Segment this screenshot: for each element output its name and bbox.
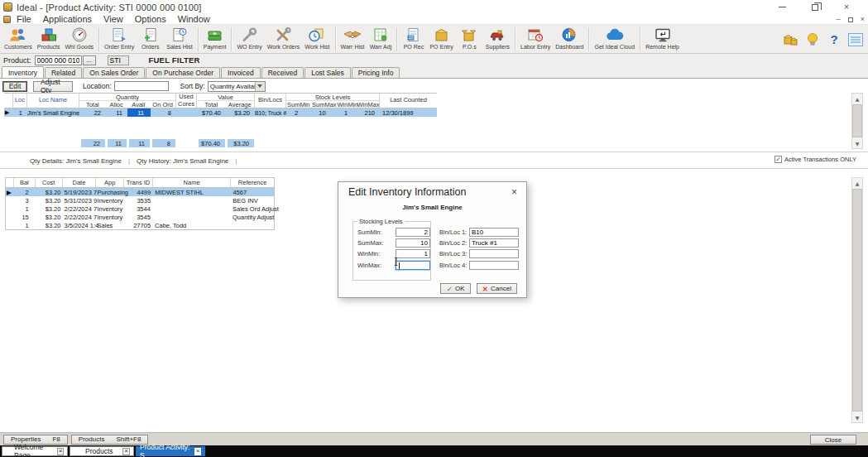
cell-reference: Sales Ord Adjust (231, 204, 274, 213)
toolbar-orders-button[interactable]: Orders (137, 26, 164, 53)
scroll-up-icon[interactable]: ▲ (852, 94, 862, 103)
toolbar-po-rec-button[interactable]: 10 PO Rec (400, 26, 427, 53)
products-label: Products (79, 435, 105, 443)
adjust-qty-button[interactable]: Adjust Qty (33, 81, 73, 92)
history-row[interactable]: 15 $3.20 2/22/2024 7 Inventory 3545 Quan… (6, 213, 274, 221)
tab-pricing-info[interactable]: Pricing Info (352, 67, 400, 78)
sortby-select[interactable]: Quantity Available (208, 81, 266, 92)
mdi-restore-button[interactable] (848, 17, 853, 22)
menu-view[interactable]: View (103, 14, 123, 24)
location-input[interactable] (114, 81, 169, 91)
history-row[interactable]: 1 $3.20 2/22/2024 7 Inventory 3544 Sales… (6, 204, 274, 213)
toolbar-sales-hist-button[interactable]: Sales Hist (164, 26, 195, 53)
toolbar-work-hist-button[interactable]: Work Hist (302, 26, 332, 53)
toolbar-warr-adj-button[interactable]: Warr Adj (367, 26, 394, 53)
tab-close-icon[interactable]: × (122, 448, 130, 455)
mdi-close-button[interactable]: × (861, 16, 865, 23)
inventory-totals-row: 22 11 11 8 $70.40 $3.20 (4, 139, 437, 147)
mdi-minimize-button[interactable]: – (837, 16, 841, 23)
toolbar-remote-help-button[interactable]: Remote Help (643, 26, 682, 53)
scroll-down-icon[interactable]: ▼ (852, 412, 862, 422)
toolbar-work-orders-button[interactable]: Work Orders (265, 26, 303, 53)
summin-input[interactable] (396, 228, 430, 237)
products-button[interactable]: Products Shift+F8 (71, 435, 149, 445)
toolbar-payment-button[interactable]: Payment (201, 26, 229, 53)
toolbar-pos-button[interactable]: P.O.s (456, 26, 483, 53)
dialog-close-icon[interactable]: × (509, 186, 520, 198)
toolbar-labor-entry-button[interactable]: Labor Entry (518, 26, 553, 53)
browse-button[interactable]: ... (83, 55, 96, 65)
tab-on-sales-order[interactable]: On Sales Order (83, 67, 145, 78)
summax-input[interactable] (396, 238, 430, 248)
toolbar-tips-button[interactable] (802, 26, 823, 53)
tab-on-purchase-order[interactable]: On Purchase Order (146, 67, 220, 78)
tab-close-icon[interactable]: × (194, 448, 201, 455)
tab-lost-sales[interactable]: Lost Sales (305, 67, 351, 78)
toolbar-po-entry-button[interactable]: PO Entry (427, 26, 455, 53)
tab-product-activity[interactable]: Product Activity: S... × (136, 446, 205, 456)
cell-cost: $3.20 (36, 221, 63, 229)
inventory-row-selected[interactable]: ▶ 1 Jim's Small Engine 22 11 11 8 $70.40… (4, 108, 437, 117)
cancel-label: Cancel (491, 285, 511, 292)
binloc2-input[interactable] (469, 238, 519, 248)
menu-options[interactable]: Options (135, 14, 166, 24)
product-input[interactable] (35, 55, 82, 65)
tab-received[interactable]: Received (261, 67, 304, 78)
history-row[interactable]: 1 $3.20 3/5/2024 1:4 Sales 27705 Cabe, T… (6, 221, 274, 229)
cancel-button[interactable]: × Cancel (477, 283, 517, 294)
scrollbar-thumb[interactable] (852, 104, 862, 137)
toolbar-menu-button[interactable] (845, 26, 866, 53)
scroll-up-icon[interactable]: ▲ (852, 178, 862, 188)
minimize-button[interactable] (765, 0, 798, 14)
toolbar-wo-entry-button[interactable]: WO Entry (234, 26, 264, 53)
toolbar-suppliers-button[interactable]: Suppliers (483, 26, 512, 53)
binloc1-input[interactable] (469, 228, 519, 237)
active-transactions-filter[interactable]: ✓ Active Transactions ONLY (774, 156, 856, 163)
tab-qty-details[interactable]: Qty Details: Jim's Small Engine (25, 157, 127, 165)
history-grid-scrollbar[interactable]: ▲ ▼ (851, 177, 863, 423)
close-page-button[interactable]: Close (810, 435, 856, 445)
tab-inventory[interactable]: Inventory (2, 66, 44, 78)
checkbox-checked-icon[interactable]: ✓ (774, 156, 782, 163)
total-value-average: $3.20 (226, 139, 255, 147)
binloc4-row: Bin/Loc 4: (439, 261, 519, 270)
cell-cost: $3.20 (36, 204, 63, 213)
toolbar-warr-hist-button[interactable]: Warr Hist (338, 26, 367, 53)
binloc3-label: Bin/Loc 3: (439, 250, 467, 257)
inventory-grid-scrollbar[interactable]: ▲ ▼ (851, 93, 863, 149)
binloc3-input[interactable] (469, 249, 519, 258)
history-row[interactable]: 3 $3.20 5/31/2023 9 Inventory 3535 BEG I… (6, 196, 274, 204)
restore-button[interactable] (798, 0, 832, 14)
winmax-input[interactable] (396, 261, 430, 270)
toolbar-help-button[interactable]: ? (823, 26, 845, 53)
tab-qty-history[interactable]: Qty History: Jim's Small Engine (132, 157, 233, 165)
tab-products[interactable]: Products × (70, 446, 134, 456)
toolbar-get-ideal-cloud-button[interactable]: Get Ideal Cloud (592, 26, 637, 53)
edit-button[interactable]: Edit (2, 81, 27, 92)
tab-invoiced[interactable]: Invoiced (221, 67, 261, 78)
ok-button[interactable]: ✓ OK (440, 283, 470, 294)
scroll-down-icon[interactable]: ▼ (852, 138, 862, 148)
tab-related[interactable]: Related (45, 67, 82, 78)
vendor-input[interactable] (108, 55, 129, 65)
tab-welcome-page[interactable]: Welcome Page × (2, 446, 68, 456)
toolbar-whl-goods-button[interactable]: Whl Goods (62, 26, 96, 53)
scrollbar-thumb[interactable] (852, 189, 862, 411)
toolbar-customers-button[interactable]: Customers (2, 26, 35, 53)
history-row-selected[interactable]: ▶ 2 $3.20 5/19/2023 7 Purchasing 4499 MI… (6, 188, 274, 196)
x-icon: × (482, 285, 489, 293)
binloc4-input[interactable] (469, 261, 519, 270)
close-icon: × (844, 2, 849, 12)
menu-window[interactable]: Window (178, 14, 210, 24)
tab-close-icon[interactable]: × (57, 448, 64, 455)
winmin-input[interactable] (396, 249, 430, 258)
close-button[interactable]: × (830, 0, 863, 14)
menu-file[interactable]: File (17, 14, 31, 24)
toolbar-packages-button[interactable] (780, 26, 802, 53)
total-qty-alloc: 11 (106, 139, 127, 147)
toolbar-dashboard-button[interactable]: Dashboard (553, 26, 586, 53)
toolbar-order-entry-button[interactable]: Order Entry (102, 26, 137, 53)
menu-applications[interactable]: Applications (43, 14, 92, 24)
dialog-buttons: ✓ OK × Cancel (338, 283, 528, 294)
toolbar-products-button[interactable]: Products (35, 26, 63, 53)
